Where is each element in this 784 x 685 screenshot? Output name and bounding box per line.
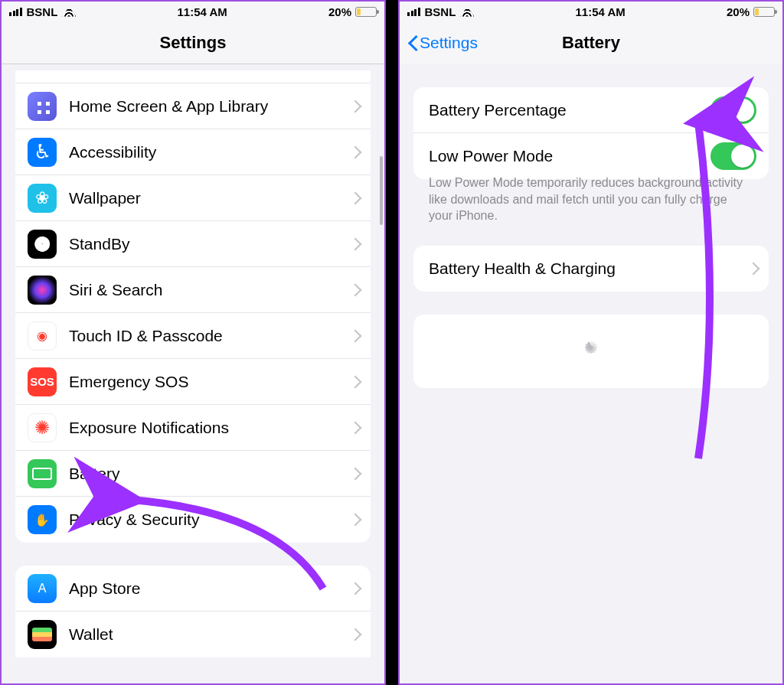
standby-icon [28, 230, 57, 259]
back-label: Settings [420, 34, 478, 52]
battery-percent: 20% [328, 5, 351, 18]
wall-icon [28, 184, 57, 213]
row-label: Low Power Mode [429, 147, 710, 165]
battery-icon [355, 7, 377, 17]
battery-percent: 20% [727, 5, 750, 18]
carrier-label: BSNL [27, 5, 58, 18]
expo-icon [28, 413, 57, 442]
siri-icon [28, 276, 57, 305]
list-item[interactable]: Wallet [15, 612, 371, 657]
row-label: Touch ID & Passcode [69, 327, 351, 345]
chevron-right-icon [351, 628, 358, 641]
chevron-right-icon [351, 100, 358, 113]
chevron-right-icon [351, 376, 358, 388]
row-label: Emergency SOS [69, 373, 351, 391]
list-item[interactable]: ✋Privacy & Security [15, 497, 371, 543]
chevron-right-icon [351, 284, 358, 296]
row-label: Exposure Notifications [69, 419, 351, 437]
chevron-right-icon [351, 514, 358, 526]
chevron-left-icon [407, 35, 416, 51]
wifi-icon [460, 7, 474, 17]
status-bar: BSNL 11:54 AM 20% [2, 2, 384, 21]
chevron-right-icon [351, 238, 358, 250]
priv-icon: ✋ [28, 505, 57, 534]
row-label: Accessibility [69, 143, 351, 161]
battery-percentage-toggle[interactable] [710, 96, 756, 124]
nav-header: Settings Battery [400, 21, 782, 64]
carrier-label: BSNL [425, 5, 456, 18]
row-label: Battery Percentage [429, 101, 710, 119]
page-title: Settings [160, 33, 227, 53]
row-label: StandBy [69, 235, 351, 253]
status-bar: BSNL 11:54 AM 20% [400, 2, 782, 21]
chevron-right-icon [351, 146, 358, 158]
list-item[interactable]: Exposure Notifications [15, 405, 371, 451]
clock: 11:54 AM [178, 5, 227, 18]
list-item[interactable]: Siri & Search [15, 267, 371, 313]
low-power-mode-description: Low Power Mode temporarily reduces backg… [413, 173, 769, 224]
wifi-icon [62, 7, 76, 17]
chevron-right-icon [351, 422, 358, 434]
battery-screen: BSNL 11:54 AM 20% Settings Battery Batte… [398, 0, 784, 685]
row-label: App Store [69, 579, 351, 598]
back-button[interactable]: Settings [407, 34, 478, 52]
battery-health-row[interactable]: Battery Health & Charging [413, 246, 769, 292]
row-label: Battery [69, 465, 351, 483]
loading-row [413, 328, 769, 374]
low-power-mode-toggle[interactable] [710, 142, 756, 170]
row-label: Wallpaper [69, 189, 351, 207]
row-label: Privacy & Security [69, 510, 351, 529]
settings-screen: BSNL 11:54 AM 20% Settings Home Screen &… [0, 0, 386, 685]
page-title: Battery [562, 33, 620, 53]
list-item[interactable]: ♿︎Accessibility [15, 129, 371, 175]
chevron-right-icon [351, 582, 358, 595]
chevron-right-icon [351, 468, 358, 480]
list-item[interactable] [15, 70, 371, 83]
list-item[interactable]: Home Screen & App Library [15, 83, 371, 129]
appstore-icon: A [28, 574, 57, 603]
list-item[interactable]: SOSEmergency SOS [15, 359, 371, 405]
list-item[interactable]: StandBy [15, 221, 371, 267]
touch-icon: ◉ [28, 321, 57, 351]
chevron-right-icon [351, 330, 358, 342]
access-icon: ♿︎ [28, 138, 57, 167]
row-label: Home Screen & App Library [69, 97, 351, 116]
battery-percentage-row[interactable]: Battery Percentage [413, 87, 769, 133]
clock: 11:54 AM [576, 5, 626, 18]
list-item[interactable]: ◉Touch ID & Passcode [15, 313, 371, 359]
sos-icon: SOS [28, 367, 57, 396]
row-label: Battery Health & Charging [429, 259, 749, 278]
low-power-mode-row[interactable]: Low Power Mode [413, 133, 769, 179]
signal-icon [407, 8, 420, 16]
row-label: Siri & Search [69, 281, 351, 299]
chevron-right-icon [749, 263, 756, 275]
list-item[interactable]: Battery [15, 451, 371, 497]
list-item[interactable]: AApp Store [15, 566, 371, 612]
scrollbar[interactable] [380, 156, 383, 225]
chevron-right-icon [351, 192, 358, 204]
list-item[interactable]: Wallpaper [15, 175, 371, 221]
row-label: Wallet [69, 625, 351, 644]
wallet-icon [28, 620, 57, 649]
grid-icon [28, 92, 57, 121]
signal-icon [9, 8, 22, 16]
nav-header: Settings [2, 21, 384, 64]
spinner-icon [581, 341, 601, 361]
batt-icon [28, 459, 57, 488]
battery-icon [753, 7, 775, 17]
